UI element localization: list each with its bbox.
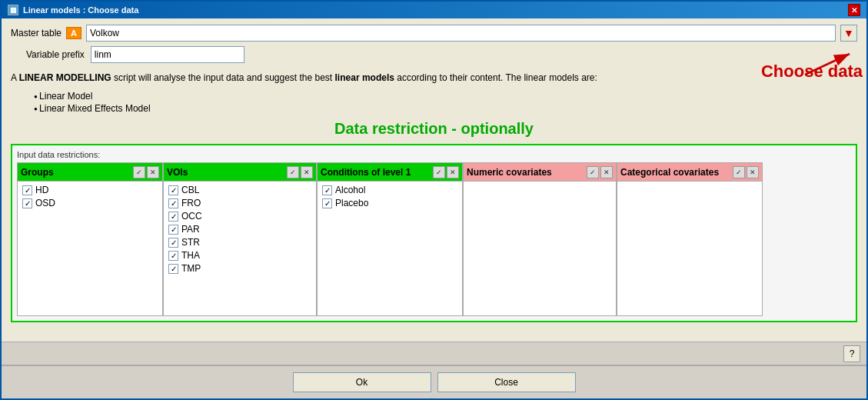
occ-label: OCC — [181, 211, 202, 222]
groups-items: HD OSD — [18, 182, 162, 315]
osd-label: OSD — [35, 198, 55, 208]
hd-checkbox[interactable] — [22, 185, 32, 195]
main-window: ▦ Linear models : Choose data ✕ Choose d… — [0, 0, 868, 400]
placebo-label: Placebo — [335, 198, 368, 208]
bottom-bar: ? — [2, 342, 866, 365]
ok-button[interactable]: Ok — [293, 372, 431, 392]
vois-header-label: VOIs — [167, 167, 287, 178]
close-button[interactable]: Close — [437, 372, 576, 392]
conditions-header: Conditions of level 1 ✓ ✕ — [318, 163, 462, 182]
tmp-label: TMP — [181, 263, 201, 274]
list-item: OCC — [168, 211, 311, 222]
categorical-x-btn[interactable]: ✕ — [747, 166, 759, 178]
numeric-header: Numeric covariates ✓ ✕ — [464, 163, 616, 182]
list-item: THA — [168, 250, 311, 261]
column-groups: Groups ✓ ✕ HD OSD — [17, 162, 163, 316]
list-item: STR — [168, 237, 311, 248]
main-content: Choose data Master table A ▼ Variable pr… — [2, 18, 866, 342]
categorical-items — [617, 182, 762, 315]
groups-header: Groups ✓ ✕ — [18, 163, 162, 182]
tmp-checkbox[interactable] — [168, 264, 178, 274]
tha-checkbox[interactable] — [168, 251, 178, 261]
dropdown-arrow-button[interactable]: ▼ — [840, 25, 857, 42]
list-item: HD — [22, 185, 158, 195]
tha-label: THA — [181, 250, 200, 261]
variable-prefix-row: Variable prefix — [26, 46, 857, 63]
list-item: Alcohol — [322, 185, 457, 195]
restrictions-label: Input data restrictions: — [17, 150, 851, 159]
prefix-input[interactable] — [91, 46, 244, 63]
vois-header: VOIs ✓ ✕ — [164, 163, 316, 182]
title-bar-left: ▦ Linear models : Choose data — [8, 5, 138, 15]
numeric-header-buttons: ✓ ✕ — [587, 166, 613, 178]
numeric-items — [464, 182, 616, 315]
data-restriction-title: Data restriction - optionally — [11, 120, 857, 138]
categorical-header-label: Categorical covariates — [620, 167, 733, 178]
app-icon: ▦ — [8, 5, 18, 15]
help-button[interactable]: ? — [843, 345, 860, 362]
groups-x-btn[interactable]: ✕ — [147, 166, 159, 178]
list-item: OSD — [22, 198, 158, 208]
categorical-header: Categorical covariates ✓ ✕ — [617, 163, 762, 182]
list-item-mixed-effects: Linear Mixed Effects Model — [34, 103, 857, 114]
alcohol-checkbox[interactable] — [322, 185, 332, 195]
master-table-label: Master table — [11, 28, 62, 38]
list-item: PAR — [168, 224, 311, 235]
str-label: STR — [181, 237, 200, 248]
bold-linear-modelling: LINEAR MODELLING — [19, 72, 111, 83]
categorical-header-buttons: ✓ ✕ — [733, 166, 759, 178]
master-table-row: Master table A ▼ — [11, 25, 857, 42]
model-list: Linear Model Linear Mixed Effects Model — [34, 91, 857, 114]
footer: Ok Close — [2, 365, 866, 398]
list-item: CBL — [168, 185, 311, 195]
description-text: A LINEAR MODELLING script will analyse t… — [11, 71, 857, 85]
vois-items: CBL FRO OCC PAR — [164, 182, 316, 315]
groups-check-btn[interactable]: ✓ — [133, 166, 145, 178]
vois-x-btn[interactable]: ✕ — [301, 166, 313, 178]
close-window-button[interactable]: ✕ — [848, 4, 860, 16]
vois-check-btn[interactable]: ✓ — [287, 166, 299, 178]
bold-linear-models: linear models — [335, 72, 394, 83]
choose-data-annotation: Choose data — [797, 48, 859, 81]
fro-checkbox[interactable] — [168, 198, 178, 208]
variable-prefix-label: Variable prefix — [26, 49, 85, 60]
column-conditions: Conditions of level 1 ✓ ✕ Alcohol — [317, 162, 463, 316]
list-item: TMP — [168, 263, 311, 274]
conditions-x-btn[interactable]: ✕ — [447, 166, 459, 178]
master-table-input[interactable] — [86, 25, 836, 42]
conditions-header-label: Conditions of level 1 — [321, 167, 433, 178]
column-vois: VOIs ✓ ✕ CBL FRO — [163, 162, 317, 316]
groups-header-buttons: ✓ ✕ — [133, 166, 159, 178]
window-title: Linear models : Choose data — [23, 5, 138, 15]
column-numeric: Numeric covariates ✓ ✕ — [463, 162, 617, 316]
categorical-check-btn[interactable]: ✓ — [733, 166, 745, 178]
occ-checkbox[interactable] — [168, 212, 178, 222]
list-item: FRO — [168, 198, 311, 208]
conditions-header-buttons: ✓ ✕ — [433, 166, 459, 178]
numeric-check-btn[interactable]: ✓ — [587, 166, 599, 178]
column-categorical: Categorical covariates ✓ ✕ — [617, 162, 763, 316]
label-a: A — [66, 27, 81, 39]
str-checkbox[interactable] — [168, 238, 178, 248]
par-label: PAR — [181, 224, 200, 235]
osd-checkbox[interactable] — [22, 198, 32, 208]
restrictions-box: Input data restrictions: Groups ✓ ✕ — [11, 144, 857, 322]
numeric-header-label: Numeric covariates — [467, 167, 587, 178]
columns-row: Groups ✓ ✕ HD OSD — [17, 162, 851, 316]
hd-label: HD — [35, 185, 48, 195]
vois-header-buttons: ✓ ✕ — [287, 166, 313, 178]
conditions-check-btn[interactable]: ✓ — [433, 166, 445, 178]
alcohol-label: Alcohol — [335, 185, 365, 195]
par-checkbox[interactable] — [168, 225, 178, 235]
conditions-items: Alcohol Placebo — [318, 182, 462, 315]
groups-header-label: Groups — [21, 167, 133, 178]
placebo-checkbox[interactable] — [322, 198, 332, 208]
cbl-label: CBL — [181, 185, 199, 195]
cbl-checkbox[interactable] — [168, 185, 178, 195]
fro-label: FRO — [181, 198, 201, 208]
choose-data-label: Choose data — [761, 62, 863, 82]
list-item: Placebo — [322, 198, 457, 208]
numeric-x-btn[interactable]: ✕ — [600, 166, 613, 178]
title-bar: ▦ Linear models : Choose data ✕ — [2, 2, 866, 18]
list-item-linear-model: Linear Model — [34, 91, 857, 102]
